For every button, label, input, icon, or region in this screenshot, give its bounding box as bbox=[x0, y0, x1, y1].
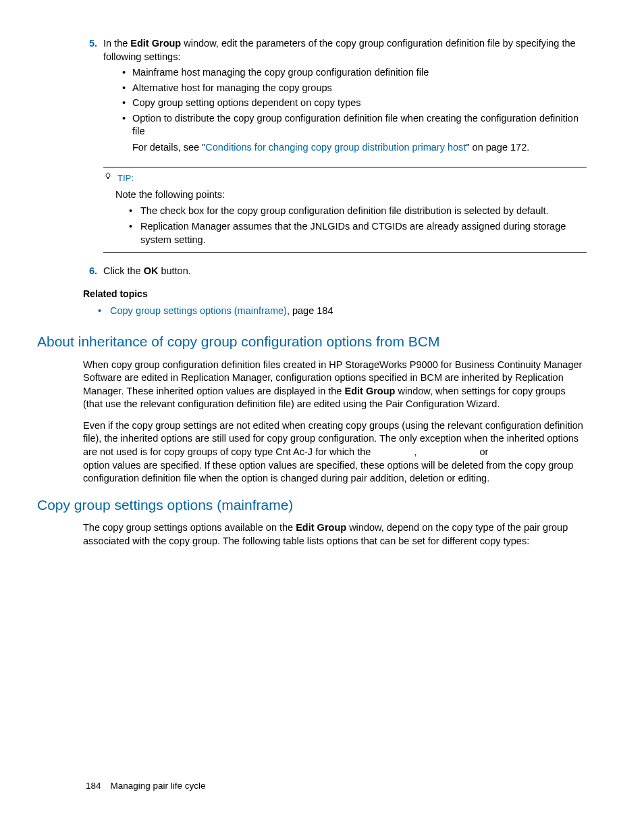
page-number: 184 bbox=[86, 781, 101, 791]
related-topics-heading: Related topics bbox=[83, 288, 587, 301]
step5-text-a: In the bbox=[103, 38, 130, 49]
related-topic-item: Copy group settings options (mainframe),… bbox=[98, 305, 587, 318]
tip-box: TIP: Note the following points: The chec… bbox=[103, 167, 587, 253]
s1-p2-b: , bbox=[414, 446, 419, 457]
s1-p2-c: or bbox=[477, 446, 491, 457]
tip-point-2: Replication Manager assumes that the JNL… bbox=[129, 220, 587, 246]
page-footer: 184Managing pair life cycle bbox=[86, 780, 206, 792]
step6-bold: OK bbox=[144, 265, 159, 276]
s1-p2-d: option values are specified. If these op… bbox=[83, 460, 573, 484]
related-page: , page 184 bbox=[287, 305, 333, 316]
step-number-5: 5. bbox=[83, 37, 103, 157]
step5-bullet-1: Mainframe host managing the copy group c… bbox=[122, 66, 587, 80]
step5-b4-text: Option to distribute the copy group conf… bbox=[132, 113, 579, 137]
s2-p1-bold: Edit Group bbox=[296, 522, 346, 533]
tip-intro: Note the following points: bbox=[115, 188, 587, 202]
step5-bullet-4: Option to distribute the copy group conf… bbox=[122, 112, 587, 155]
step6-text-b: button. bbox=[158, 265, 190, 276]
heading-copy-group-settings: Copy group settings options (mainframe) bbox=[37, 496, 587, 515]
lightbulb-icon bbox=[103, 172, 113, 185]
tip-point-1: The check box for the copy group configu… bbox=[129, 205, 587, 218]
step5-b4-detail-a: For details, see " bbox=[132, 142, 205, 153]
step5-bullet-3: Copy group setting options dependent on … bbox=[122, 97, 587, 110]
s2-p1-a: The copy group settings options availabl… bbox=[83, 522, 296, 533]
tip-label: TIP: bbox=[117, 173, 134, 183]
step6-text-a: Click the bbox=[103, 265, 144, 276]
s1-p2-a: Even if the copy group settings are not … bbox=[83, 420, 583, 457]
step-number-6: 6. bbox=[83, 265, 103, 278]
heading-inheritance-bcm: About inheritance of copy group configur… bbox=[37, 332, 587, 351]
s1-p1-bold: Edit Group bbox=[344, 386, 395, 396]
link-copy-group-settings[interactable]: Copy group settings options (mainframe) bbox=[110, 305, 287, 316]
step5-bold: Edit Group bbox=[130, 38, 181, 49]
footer-title: Managing pair life cycle bbox=[111, 781, 206, 791]
step5-bullet-2: Alternative host for managing the copy g… bbox=[122, 82, 587, 95]
step5-b4-detail-b: " on page 172. bbox=[466, 142, 529, 153]
svg-point-0 bbox=[106, 173, 110, 177]
link-conditions-primary-host[interactable]: Conditions for changing copy group distr… bbox=[205, 142, 466, 153]
